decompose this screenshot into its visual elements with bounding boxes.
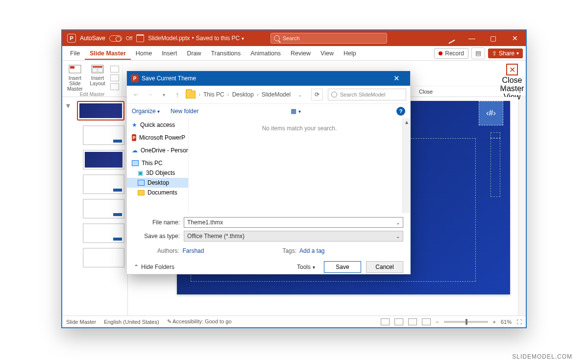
tools-menu[interactable]: Tools▾ <box>297 264 315 270</box>
fit-to-window-icon[interactable]: ⛶ <box>516 319 522 325</box>
zoom-out[interactable]: − <box>436 319 439 325</box>
menu-review[interactable]: Review <box>286 47 316 60</box>
insert-layout-button[interactable]: Insert Layout <box>88 64 107 92</box>
save-button[interactable]: Save <box>324 261 361 273</box>
folder-icon <box>186 91 196 98</box>
share-button[interactable]: ⇪Share▾ <box>488 49 523 58</box>
tree-onedrive[interactable]: ☁OneDrive - Person <box>127 146 188 155</box>
scroll-up-icon[interactable]: ▴ <box>403 118 410 126</box>
thumb-4[interactable] <box>83 174 124 194</box>
view-normal-icon[interactable] <box>381 318 390 325</box>
rename-button[interactable] <box>110 74 119 81</box>
tree-desktop[interactable]: Desktop <box>127 178 188 188</box>
doc-status: Saved to this PC <box>196 35 240 42</box>
insert-slide-master-button[interactable]: Insert Slide Master <box>65 64 85 92</box>
thumb-3[interactable] <box>83 150 124 170</box>
tree-powerpoint[interactable]: PMicrosoft PowerP <box>127 133 188 143</box>
vertical-scrollbar[interactable] <box>518 97 526 315</box>
menu-file[interactable]: File <box>65 47 85 60</box>
search-icon <box>331 92 337 97</box>
tree-3d-objects[interactable]: ▣3D Objects <box>127 168 188 178</box>
view-reading-icon[interactable] <box>408 318 417 325</box>
present-mode-button[interactable]: ▤ <box>471 48 485 59</box>
dialog-title: Save Current Theme <box>142 75 196 82</box>
delete-button[interactable] <box>110 66 119 73</box>
tags-value[interactable]: Add a tag <box>299 247 324 254</box>
hide-folders-toggle[interactable]: ⌃Hide Folders <box>134 264 174 270</box>
menu-slide-master[interactable]: Slide Master <box>85 47 131 60</box>
refresh-button[interactable]: ⟳ <box>311 89 323 100</box>
autosave-toggle[interactable] <box>109 35 122 42</box>
slide-number-placeholder[interactable]: ‹#› <box>479 101 503 125</box>
thumb-1[interactable] <box>77 101 124 121</box>
collapse-ribbon-chevron-icon[interactable]: ⌄ <box>518 89 522 94</box>
global-search[interactable]: Search <box>270 33 387 44</box>
file-name-input[interactable]: Theme1.thmx⌄ <box>184 217 403 228</box>
pen-mode-button[interactable] <box>440 30 461 46</box>
thumb-5[interactable] <box>83 199 124 218</box>
status-bar: Slide Master English (United States) ✎ A… <box>62 315 526 327</box>
menu-view[interactable]: View <box>316 47 339 60</box>
nav-up-button[interactable]: ↑ <box>172 89 183 100</box>
maximize-button[interactable]: ▢ <box>483 30 504 46</box>
record-button[interactable]: Record <box>434 48 468 59</box>
save-type-select[interactable]: Office Theme (*.thmx)⌄ <box>184 231 403 242</box>
title-bar: P AutoSave Off SlideModel.pptx • Saved t… <box>62 30 526 46</box>
nav-back-button[interactable]: ← <box>131 89 142 100</box>
menu-help[interactable]: Help <box>339 47 361 60</box>
view-sorter-icon[interactable] <box>394 318 403 325</box>
new-folder-button[interactable]: New folder <box>171 108 198 115</box>
pc-icon <box>132 160 139 166</box>
authors-value[interactable]: Farshad <box>182 247 204 254</box>
thumb-7[interactable] <box>83 248 124 267</box>
tree-documents[interactable]: Documents <box>127 188 188 197</box>
minimize-button[interactable]: — <box>461 30 483 46</box>
chevron-down-icon[interactable]: ⌄ <box>396 220 400 225</box>
view-options[interactable]: ▦ ▾ <box>291 107 301 115</box>
quick-access-overflow[interactable]: ▾ <box>62 97 74 315</box>
breadcrumb-dropdown[interactable]: ⌄ <box>294 89 305 100</box>
chevron-down-icon[interactable]: ▾ <box>242 36 244 41</box>
nav-recent-dropdown[interactable]: ▾ <box>158 89 169 100</box>
breadcrumb-this-pc[interactable]: This PC <box>203 91 224 98</box>
dialog-close-button[interactable]: ✕ <box>387 71 406 86</box>
autosave-state: Off <box>126 36 132 41</box>
zoom-slider[interactable] <box>444 321 488 323</box>
close-window-button[interactable]: ✕ <box>504 30 526 46</box>
menu-draw[interactable]: Draw <box>182 47 206 60</box>
breadcrumb-slidemodel[interactable]: SlideModel <box>262 91 291 98</box>
help-icon[interactable]: ? <box>396 107 405 116</box>
tree-quick-access[interactable]: ★Quick access <box>127 120 188 130</box>
status-language[interactable]: English (United States) <box>104 319 159 325</box>
dialog-fields: File name: Theme1.thmx⌄ Save as type: Of… <box>127 213 410 254</box>
date-placeholder[interactable] <box>490 138 500 197</box>
zoom-in[interactable]: + <box>493 319 496 325</box>
dialog-search-input[interactable]: Search SlideModel <box>328 89 406 100</box>
cancel-button[interactable]: Cancel <box>366 261 403 273</box>
status-accessibility[interactable]: ✎ Accessibility: Good to go <box>167 318 232 325</box>
nav-forward-button[interactable]: → <box>145 89 155 100</box>
thumb-2[interactable] <box>83 125 124 145</box>
thumb-6[interactable] <box>83 223 124 243</box>
organize-menu[interactable]: Organize ▾ <box>132 108 160 115</box>
search-icon <box>274 35 280 41</box>
file-list-scrollbar[interactable]: ▴ <box>402 118 410 213</box>
view-slideshow-icon[interactable] <box>422 318 431 325</box>
dialog-toolbar: Organize ▾ New folder ▦ ▾ ? <box>127 103 410 118</box>
footer-placeholder[interactable] <box>490 132 500 138</box>
tree-this-pc[interactable]: This PC <box>127 158 188 168</box>
close-icon: ✕ <box>506 64 518 75</box>
save-icon[interactable] <box>136 34 144 42</box>
svg-rect-1 <box>70 66 74 69</box>
menu-transitions[interactable]: Transitions <box>206 47 246 60</box>
menu-animations[interactable]: Animations <box>245 47 286 60</box>
menu-home[interactable]: Home <box>131 47 157 60</box>
record-icon <box>439 51 442 55</box>
breadcrumb-desktop[interactable]: Desktop <box>232 91 254 98</box>
menu-insert[interactable]: Insert <box>157 47 182 60</box>
chevron-down-icon[interactable]: ⌄ <box>396 234 400 239</box>
zoom-value[interactable]: 61% <box>501 319 512 325</box>
preserve-button[interactable] <box>110 83 119 90</box>
slide-thumbnails <box>74 97 128 315</box>
authors-label: Authors: <box>157 247 179 254</box>
